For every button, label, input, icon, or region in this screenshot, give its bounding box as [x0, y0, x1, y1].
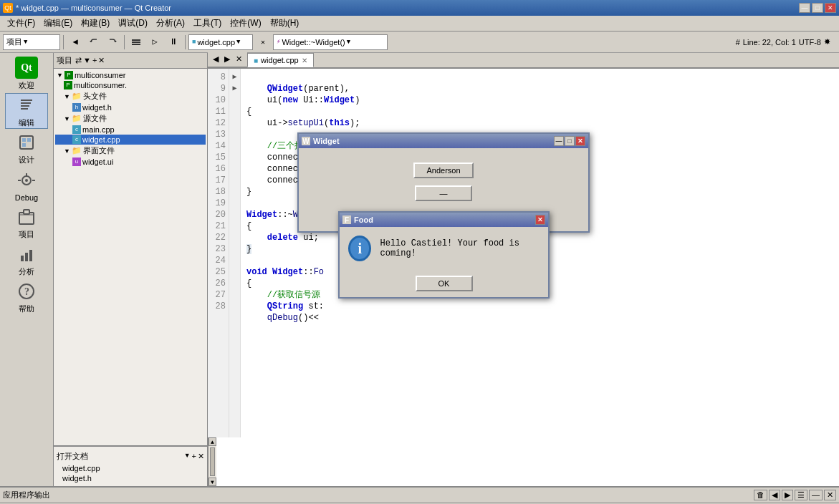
- tab-widget-cpp-close[interactable]: ✕: [302, 57, 307, 64]
- tab-widget-cpp[interactable]: ■ widget.cpp ✕: [247, 53, 314, 67]
- app-icon: Qt: [3, 3, 13, 13]
- widget-dialog-titlebar[interactable]: W Widget — □ ✕: [299, 134, 588, 148]
- tree-item-widget-ui[interactable]: u widget.ui: [55, 157, 206, 167]
- separator-1: [63, 35, 64, 49]
- sidebar-label-project: 项目: [19, 229, 34, 240]
- svg-rect-2: [132, 44, 140, 45]
- open-doc-widget-h[interactable]: widget.h: [57, 473, 204, 483]
- scrollbar-down-btn[interactable]: ▼: [208, 478, 216, 486]
- toolbar-btn-4[interactable]: ▷: [146, 34, 163, 51]
- widget-close-btn[interactable]: ✕: [575, 136, 585, 146]
- scrollbar-up-btn[interactable]: ▲: [208, 437, 216, 446]
- menu-tools[interactable]: 工具(T): [189, 16, 226, 31]
- scrollbar-thumb[interactable]: [210, 447, 215, 476]
- expand-icon: ▼: [57, 72, 63, 79]
- svg-rect-1: [132, 42, 140, 43]
- food-dialog-content: i Hello Castiel! Your food is coming!: [340, 227, 548, 270]
- tree-item-sources-folder[interactable]: ▼ 📁 源文件: [55, 112, 206, 125]
- open-docs-filter-btn[interactable]: ▼: [184, 452, 191, 461]
- tree-item-ui-folder[interactable]: ▼ 📁 界面文件: [55, 145, 206, 157]
- anderson-button[interactable]: Anderson: [413, 163, 473, 178]
- menu-build[interactable]: 构建(B): [77, 16, 114, 31]
- tree-label-root: multiconsumer: [75, 71, 126, 79]
- sidebar-label-edit: 编辑: [19, 117, 34, 128]
- menu-edit[interactable]: 编辑(E): [39, 16, 77, 31]
- function-selector[interactable]: ⚡ Widget::~Widget() ▼: [273, 34, 388, 50]
- sidebar-item-edit[interactable]: 编辑: [5, 93, 48, 129]
- maximize-button[interactable]: □: [812, 3, 823, 13]
- nav-fwd-btn[interactable]: ▶: [222, 54, 232, 64]
- toolbar-btn-3[interactable]: [128, 34, 145, 51]
- menu-widgets[interactable]: 控件(W): [226, 16, 265, 31]
- tree-label-widget-ui: widget.ui: [82, 158, 113, 166]
- clear-output-btn[interactable]: 🗑: [754, 490, 767, 500]
- close-panel-btn[interactable]: ✕: [824, 490, 836, 500]
- sidebar-item-help[interactable]: ? 帮助: [5, 279, 48, 315]
- svg-rect-0: [132, 39, 140, 41]
- tree-item-pro[interactable]: P multiconsumer.: [55, 80, 206, 90]
- sidebar-item-welcome[interactable]: Qt 欢迎: [5, 56, 48, 92]
- sidebar-label-welcome: 欢迎: [19, 80, 34, 91]
- project-panel-new-btn[interactable]: +: [92, 56, 97, 65]
- project-panel-title: 项目: [57, 55, 72, 66]
- toolbar-back-btn[interactable]: ◀: [67, 34, 84, 51]
- nav-back-btn[interactable]: ◀: [211, 54, 221, 64]
- open-docs-close-btn[interactable]: ✕: [198, 452, 204, 461]
- toolbar-btn-5[interactable]: ⏸: [165, 34, 182, 51]
- tree-item-headers-folder[interactable]: ▼ 📁 头文件: [55, 90, 206, 102]
- menu-analyze[interactable]: 分析(A): [152, 16, 189, 31]
- food-ok-button[interactable]: OK: [416, 276, 473, 291]
- cpp-tab-icon: ■: [254, 57, 258, 64]
- project-panel-filter-btn[interactable]: ▼: [83, 56, 91, 65]
- file-selector[interactable]: ■ widget.cpp ▼: [188, 34, 253, 50]
- close-all-btn[interactable]: ✕: [234, 54, 244, 64]
- open-docs-header-row: 打开文档 ▼ + ✕: [57, 450, 204, 463]
- food-dialog[interactable]: F Food ✕ i Hello Castiel! Your food is c…: [338, 211, 550, 299]
- project-panel-close-btn[interactable]: ✕: [98, 56, 105, 65]
- food-dialog-titlebar[interactable]: F Food ✕: [340, 213, 548, 227]
- tree-item-main-cpp[interactable]: c main.cpp: [55, 125, 206, 135]
- folder-icon-ui: 📁: [72, 146, 82, 155]
- sidebar-label-analyze: 分析: [19, 266, 34, 277]
- open-docs-new-btn[interactable]: +: [192, 452, 196, 461]
- svg-rect-3: [21, 100, 32, 101]
- qt-icon: Qt: [15, 57, 38, 79]
- minimize-button[interactable]: —: [799, 3, 810, 13]
- editor-toolbar: ◀ ▶ ✕: [208, 52, 247, 67]
- toolbar-redo-btn[interactable]: [104, 34, 121, 51]
- tree-item-widget-cpp[interactable]: c widget.cpp: [55, 135, 206, 145]
- sidebar-item-analyze[interactable]: 分析: [5, 242, 48, 278]
- title-bar: Qt * widget.cpp — multiconsumer — Qt Cre…: [0, 0, 839, 16]
- tree-item-widget-h[interactable]: h widget.h: [55, 102, 206, 112]
- prev-result-btn[interactable]: ◀: [769, 490, 780, 500]
- menu-help[interactable]: 帮助(H): [266, 16, 304, 31]
- svg-rect-18: [21, 256, 24, 261]
- next-result-btn[interactable]: ▶: [782, 490, 793, 500]
- project-panel-sync-btn[interactable]: ⇄: [75, 56, 82, 65]
- tree-item-root[interactable]: ▼ P multiconsumer: [55, 70, 206, 80]
- close-button[interactable]: ✕: [825, 3, 836, 13]
- sidebar-item-project[interactable]: 项目: [5, 205, 48, 241]
- widget-minimize-btn[interactable]: —: [554, 136, 564, 146]
- window-title: * widget.cpp — multiconsumer — Qt Creato…: [16, 4, 171, 12]
- sidebar-item-debug[interactable]: Debug: [5, 168, 48, 203]
- widget-dialog-icon: W: [302, 137, 310, 145]
- toolbar-undo-btn[interactable]: [85, 34, 102, 51]
- widget-dialog-buttons: — □ ✕: [554, 136, 585, 146]
- close-file-btn[interactable]: ✕: [254, 34, 272, 51]
- svg-point-12: [25, 179, 28, 182]
- widget-maximize-btn[interactable]: □: [565, 136, 575, 146]
- sidebar-item-design[interactable]: 设计: [5, 130, 48, 166]
- project-selector[interactable]: 项目 ▼: [3, 34, 60, 50]
- other-button[interactable]: —: [415, 185, 472, 201]
- output-options-btn[interactable]: ☰: [795, 490, 807, 500]
- help-icon: ?: [15, 280, 38, 302]
- food-dialog-title-left: F Food: [342, 215, 373, 224]
- expand-icon-sources: ▼: [64, 115, 70, 122]
- menu-file[interactable]: 文件(F): [3, 16, 39, 31]
- menu-debug[interactable]: 调试(D): [114, 16, 152, 31]
- food-close-btn[interactable]: ✕: [535, 215, 545, 225]
- minimize-panel-btn[interactable]: —: [809, 490, 823, 500]
- editor-scrollbar[interactable]: ▲ ▼: [208, 437, 216, 486]
- open-doc-widget-cpp[interactable]: widget.cpp: [57, 463, 204, 473]
